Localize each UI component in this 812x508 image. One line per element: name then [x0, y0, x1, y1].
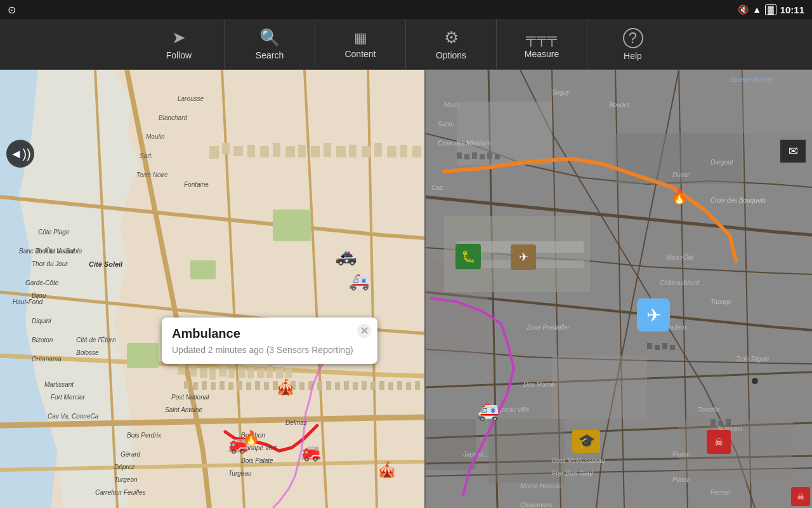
popup-close-button[interactable]: ✕ — [357, 324, 371, 338]
svg-rect-42 — [415, 381, 420, 390]
label-sat-santo: Santo — [438, 121, 454, 128]
svg-rect-7 — [209, 367, 216, 380]
svg-rect-32 — [326, 381, 331, 390]
map-right[interactable]: Marin Santo Croix des Missions Caz... Du… — [425, 70, 812, 508]
label-sat-platon2: Platon — [672, 476, 690, 483]
map-icon-diploma: 🎓 — [572, 430, 600, 453]
map-icon-red-hazard: ☠ — [707, 430, 731, 454]
label-desruisseux: Cav Va, ConneCa — [48, 413, 98, 420]
label-sat-beudet: Beudet — [609, 102, 629, 109]
battery-icon: ▓ — [765, 4, 776, 15]
nav-follow[interactable]: ➤ Follow — [134, 19, 225, 70]
content-icon: ▦ — [354, 30, 367, 46]
svg-rect-80 — [710, 419, 716, 425]
label-mercier: Fort Mercier — [51, 394, 85, 401]
options-label: Options — [436, 50, 466, 60]
svg-rect-39 — [388, 382, 393, 390]
svg-rect-37 — [370, 382, 376, 390]
options-icon: ⚙ — [444, 28, 459, 48]
svg-rect-15 — [285, 368, 292, 378]
gps-icon: ⊙ — [8, 4, 16, 16]
svg-rect-83 — [425, 419, 476, 470]
label-sat-torcelle: Torcelle — [698, 406, 720, 413]
svg-rect-45 — [233, 146, 243, 156]
popup-subtitle: Updated 2 minutes ago (3 Sensors Reporti… — [172, 345, 355, 355]
label-ontanama: Ontanama — [32, 356, 62, 363]
map-icon-corner-hazard: ☠ — [791, 487, 810, 506]
svg-rect-31 — [317, 382, 322, 390]
follow-label: Follow — [166, 50, 192, 60]
label-sat-pernier: Pernier — [710, 489, 731, 496]
label-deprez: Déprez — [114, 464, 134, 471]
label-sat-jacmel: Jacmel... — [463, 451, 488, 458]
svg-rect-10 — [238, 365, 246, 378]
label-cite-eternel: Cité de l'Étern — [76, 337, 116, 344]
label-fontaine: Fontaine — [184, 181, 209, 188]
svg-rect-65 — [552, 356, 647, 419]
svg-rect-13 — [266, 365, 273, 378]
svg-rect-53 — [336, 146, 346, 157]
svg-rect-43 — [209, 146, 219, 159]
svg-rect-76 — [647, 343, 652, 349]
label-sat-savaneblonde: Savane Blonde — [730, 76, 773, 83]
mail-button[interactable]: ✉ — [780, 140, 806, 163]
label-sat-maiscote: Mais>Ôté — [666, 254, 693, 261]
svg-rect-55 — [362, 146, 370, 157]
svg-rect-70 — [457, 152, 462, 159]
nav-options[interactable]: ⚙ Options — [406, 19, 497, 70]
svg-rect-38 — [379, 381, 384, 390]
map-icon-hazmat2: 🎪 — [377, 461, 396, 479]
measure-label: Measure — [525, 49, 559, 59]
map-icon-hazmat1: 🎪 — [276, 378, 295, 396]
svg-rect-5 — [190, 365, 197, 377]
label-thorvolant: Thor le Volant — [35, 248, 74, 255]
label-delmas: Delmas — [285, 419, 307, 426]
mail-icon: ✉ — [789, 144, 798, 158]
label-martissant: Martissant — [44, 381, 74, 388]
svg-rect-9 — [228, 368, 235, 378]
svg-rect-40 — [397, 381, 402, 390]
label-sat-zonepredailler: Zone Predailler — [527, 324, 570, 331]
map-icon-car-red2: 🚒 — [301, 443, 321, 462]
svg-rect-19 — [211, 382, 216, 390]
svg-rect-51 — [311, 146, 320, 157]
svg-rect-17 — [193, 382, 198, 390]
nav-help[interactable]: ? Help — [587, 19, 678, 70]
label-saintantoine: Saint Antoine — [165, 406, 202, 413]
nav-content[interactable]: ▦ Content — [315, 19, 406, 70]
label-sat-marin: Marin — [444, 102, 460, 109]
label-haut-fond: Haut-Fond — [13, 298, 43, 305]
svg-rect-6 — [200, 368, 207, 378]
label-sat-boisneuf: Frer-Bois Neuf — [552, 470, 593, 477]
label-turgeon: Turgeon — [114, 476, 138, 483]
label-sat-platon: Platon — [672, 451, 690, 458]
svg-rect-44 — [222, 143, 230, 154]
mute-icon: 🔇 — [738, 4, 749, 15]
svg-rect-22 — [237, 381, 242, 390]
label-turgeau: Turgeau — [228, 470, 252, 477]
svg-rect-14 — [276, 367, 284, 378]
label-coteplage: Côte Plage — [38, 229, 69, 236]
svg-rect-50 — [298, 145, 306, 157]
svg-rect-56 — [374, 143, 382, 157]
map-container[interactable]: Larousse Blanchard Moulin Sart. Terre No… — [0, 70, 812, 508]
satellite-map-svg — [425, 70, 812, 508]
follow-icon: ➤ — [172, 28, 186, 48]
svg-rect-49 — [285, 146, 295, 157]
voice-compass-button[interactable]: ◄)) — [6, 140, 34, 168]
nav-measure[interactable]: ╤╤╤ Measure — [497, 19, 587, 70]
ambulance-popup: Ambulance Updated 2 minutes ago (3 Senso… — [162, 318, 377, 364]
help-icon: ? — [623, 28, 643, 48]
label-mouli: Moulin — [146, 133, 164, 140]
nav-search[interactable]: 🔍 Search — [225, 19, 315, 70]
svg-rect-75 — [495, 154, 500, 159]
label-carrefour: Carrefour Feuilles — [95, 489, 145, 496]
label-bolosse: Bolosse — [76, 349, 99, 356]
map-icon-bug: 🐛 — [455, 244, 481, 269]
svg-rect-41 — [406, 382, 411, 390]
svg-rect-1 — [273, 210, 311, 241]
help-label: Help — [624, 51, 642, 61]
svg-rect-74 — [487, 152, 492, 159]
label-cite-soleil: Cité Soleil — [89, 260, 122, 268]
label-perdrix: Bois Perdrix — [127, 432, 161, 439]
